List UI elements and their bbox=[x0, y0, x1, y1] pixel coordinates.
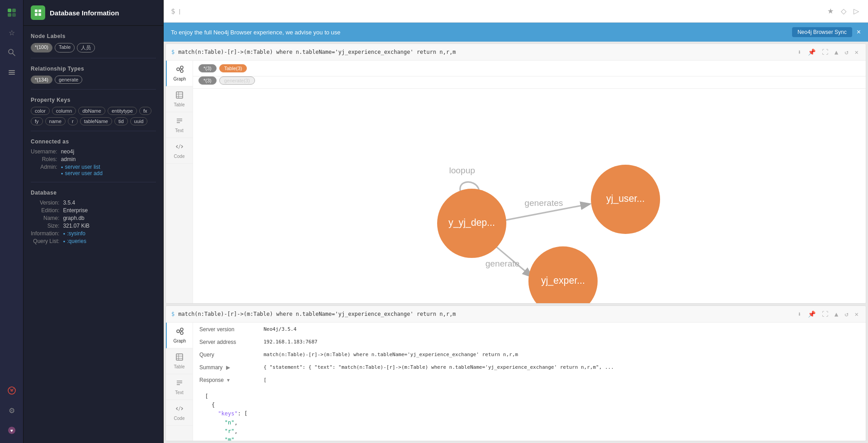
query-list-value: :queries bbox=[63, 238, 156, 244]
sync-button[interactable]: Neo4j Browser Sync bbox=[792, 27, 852, 37]
panel-1-body: Graph Table Text bbox=[166, 61, 866, 304]
pin-icon[interactable]: 📌 bbox=[806, 48, 817, 57]
panel-2-query-text: match(n:Table)-[r]->(m:Table) where n.ta… bbox=[178, 311, 792, 317]
svg-rect-1 bbox=[12, 9, 16, 12]
filter-table-3[interactable]: Table(3) bbox=[219, 64, 247, 72]
prop-entitytype[interactable]: entitytype bbox=[108, 107, 137, 115]
username-value: neo4j bbox=[61, 148, 156, 155]
tag-all-100[interactable]: *(100) bbox=[31, 43, 52, 52]
panel-1-side-tabs: Graph Table Text bbox=[166, 61, 193, 304]
refresh-icon-2[interactable]: ↺ bbox=[843, 310, 850, 319]
tab-graph-2[interactable]: Graph bbox=[166, 323, 193, 348]
server-user-add-link[interactable]: server user add bbox=[61, 170, 156, 176]
server-user-list-link[interactable]: server user list bbox=[61, 164, 156, 170]
tab-graph-1[interactable]: Graph bbox=[166, 61, 193, 86]
expand-icon[interactable]: ⛶ bbox=[820, 48, 830, 57]
db-name-value: graph.db bbox=[63, 215, 156, 221]
tab-text-label-2: Text bbox=[175, 390, 183, 395]
svg-rect-8 bbox=[9, 74, 15, 75]
prop-column[interactable]: column bbox=[52, 107, 76, 115]
tab-graph-label-2: Graph bbox=[174, 338, 186, 343]
prop-fx[interactable]: fx bbox=[139, 107, 151, 115]
help-icon[interactable]: ♥ bbox=[4, 422, 20, 438]
roles-label: Roles: bbox=[31, 156, 57, 162]
prop-color[interactable]: color bbox=[31, 107, 50, 115]
graph-tab-icon-1 bbox=[176, 65, 184, 75]
code-line-1: [ bbox=[198, 392, 860, 401]
nav-logo-icon[interactable] bbox=[4, 5, 20, 21]
tab-table-1[interactable]: Table bbox=[166, 86, 193, 112]
search-icon[interactable] bbox=[4, 44, 20, 61]
prop-fy[interactable]: fy bbox=[31, 117, 43, 125]
server-address-key: Server address bbox=[194, 336, 257, 348]
close-icon-2[interactable]: ✕ bbox=[853, 310, 860, 319]
pin-icon-2[interactable]: 📌 bbox=[806, 310, 817, 319]
tag-table[interactable]: Table bbox=[55, 43, 75, 52]
expand-icon-2[interactable]: ⛶ bbox=[820, 310, 830, 319]
code-area: [ { "keys": [ "n", "r", "m" ], "length":… bbox=[193, 387, 866, 441]
queries-link[interactable]: :queries bbox=[63, 238, 156, 244]
tag-rel-all[interactable]: *(134) bbox=[31, 76, 52, 84]
server-version-row: Server version Neo4j/3.5.4 bbox=[194, 324, 865, 335]
prop-dbname[interactable]: dbName bbox=[78, 107, 105, 115]
run-icon[interactable]: ▷ bbox=[852, 5, 861, 17]
graph-node-3[interactable] bbox=[528, 247, 598, 304]
size-label: Size: bbox=[31, 223, 59, 229]
star-icon[interactable]: ☆ bbox=[4, 24, 20, 41]
panel-2-body: Graph Table Text bbox=[166, 323, 866, 441]
summary-row[interactable]: Summary ▶ { "statement": { "text": "matc… bbox=[194, 362, 865, 373]
banner-close-button[interactable]: × bbox=[857, 28, 861, 36]
tab-text-1[interactable]: Text bbox=[166, 112, 193, 138]
server-address-value: 192.168.1.183:7687 bbox=[258, 336, 865, 348]
filter-generate-3[interactable]: generate(3) bbox=[219, 76, 255, 85]
info-table: Server version Neo4j/3.5.4 Server addres… bbox=[193, 323, 866, 387]
response-key: Response ▾ bbox=[194, 374, 257, 386]
edition-value: Enterprise bbox=[63, 207, 156, 214]
prop-tablename[interactable]: tableName bbox=[80, 117, 112, 125]
network-icon[interactable] bbox=[4, 382, 20, 399]
prop-r[interactable]: r bbox=[68, 117, 78, 125]
version-value: 3.5.4 bbox=[63, 200, 156, 206]
graph-canvas-1[interactable]: loopup generates generate y_yj_dep... y bbox=[193, 89, 866, 304]
sysinfo-link[interactable]: :sysinfo bbox=[63, 230, 156, 237]
svg-point-15 bbox=[180, 66, 183, 69]
svg-line-44 bbox=[179, 406, 180, 411]
panel-2-prompt: $ bbox=[171, 311, 175, 317]
query-row: Query match(n:Table)-[r]->(m:Table) wher… bbox=[194, 349, 865, 361]
tab-table-2[interactable]: Table bbox=[166, 348, 193, 374]
svg-rect-37 bbox=[176, 354, 183, 360]
tag-generate[interactable]: generate bbox=[55, 76, 82, 84]
graph-node-1[interactable] bbox=[437, 189, 506, 258]
close-icon[interactable]: ✕ bbox=[853, 48, 860, 57]
panel-2: $ match(n:Table)-[r]->(m:Table) where n.… bbox=[165, 305, 866, 441]
property-keys-title: Property Keys bbox=[31, 97, 156, 103]
tab-table-label-2: Table bbox=[174, 364, 185, 369]
list-icon[interactable] bbox=[4, 64, 20, 81]
up-icon[interactable]: ▲ bbox=[833, 48, 840, 57]
save-icon[interactable]: ◇ bbox=[839, 5, 848, 17]
tab-code-1[interactable]: Code bbox=[166, 138, 193, 164]
settings-icon[interactable]: ⚙ bbox=[4, 402, 20, 419]
topbar: $ | ★ ◇ ▷ bbox=[164, 0, 868, 23]
svg-point-14 bbox=[177, 68, 179, 71]
download-icon[interactable]: ⬇ bbox=[796, 48, 803, 57]
database-title: Database bbox=[31, 190, 156, 196]
prop-name[interactable]: name bbox=[45, 117, 66, 125]
tab-code-label-2: Code bbox=[174, 416, 185, 421]
prop-tid[interactable]: tid bbox=[114, 117, 128, 125]
tab-text-2[interactable]: Text bbox=[166, 374, 193, 400]
filter-all-3[interactable]: *(3) bbox=[198, 64, 217, 72]
panel-1: $ match(n:Table)-[r]->(m:Table) where n.… bbox=[165, 43, 866, 304]
sidebar-content: Node Labels *(100) Table 人员 Relationship… bbox=[24, 26, 163, 443]
favorite-icon[interactable]: ★ bbox=[826, 5, 835, 17]
graph-node-2[interactable] bbox=[591, 165, 660, 234]
refresh-icon[interactable]: ↺ bbox=[843, 48, 850, 57]
filter-rel-3[interactable]: *(3) bbox=[198, 76, 217, 85]
version-label: Version: bbox=[31, 200, 59, 206]
tag-people[interactable]: 人员 bbox=[77, 43, 95, 52]
up-icon-2[interactable]: ▲ bbox=[833, 310, 840, 319]
tab-code-2[interactable]: Code bbox=[166, 400, 193, 426]
code-tab-icon-1 bbox=[175, 143, 184, 152]
download-icon-2[interactable]: ⬇ bbox=[796, 310, 803, 319]
prop-uuid[interactable]: uuid bbox=[130, 117, 148, 125]
